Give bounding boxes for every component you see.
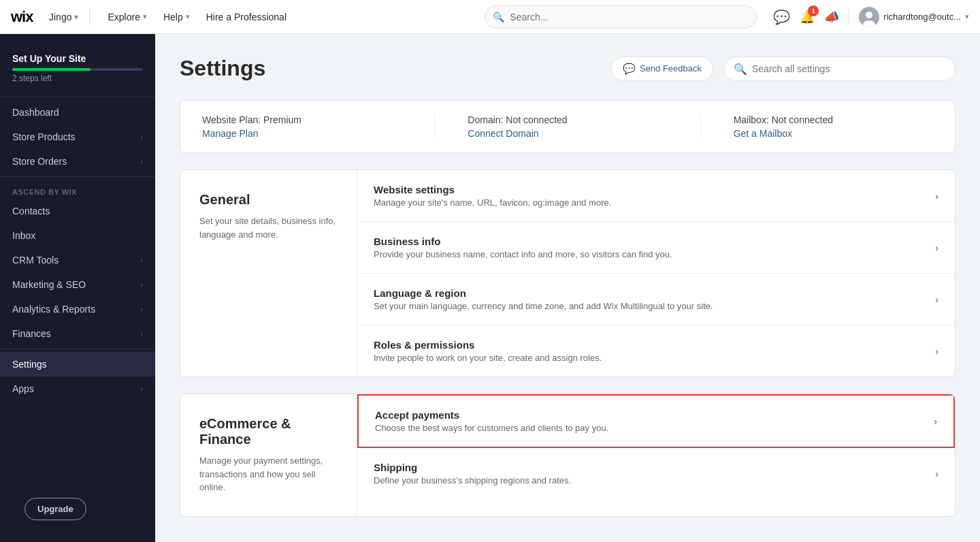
- settings-search-icon: 🔍: [734, 62, 747, 75]
- sidebar-divider-2: [0, 176, 155, 177]
- setup-section: Set Up Your Site 2 steps left: [0, 45, 155, 94]
- connect-domain-link[interactable]: Connect Domain: [468, 128, 538, 139]
- sidebar-item-dashboard[interactable]: Dashboard: [0, 100, 155, 125]
- setup-title: Set Up Your Site: [12, 53, 143, 64]
- sidebar-item-crm-tools[interactable]: CRM Tools ›: [0, 248, 155, 272]
- svg-point-1: [866, 12, 872, 18]
- ecommerce-section-desc: Manage your payment settings, transactio…: [199, 454, 338, 494]
- sidebar-item-inbox[interactable]: Inbox: [0, 223, 155, 248]
- sidebar-item-contacts[interactable]: Contacts: [0, 199, 155, 223]
- actions-divider: [849, 9, 849, 25]
- page-header: Settings 💬 Send Feedback 🔍: [180, 56, 956, 81]
- explore-chevron: ▾: [143, 12, 147, 21]
- general-section-left: General Set your site details, business …: [180, 170, 357, 377]
- crm-tools-chevron: ›: [140, 256, 143, 264]
- shipping-row[interactable]: Shipping Define your business's shipping…: [357, 448, 955, 499]
- page-title: Settings: [180, 56, 265, 81]
- shipping-chevron: ›: [935, 468, 938, 479]
- avatar: [859, 7, 879, 27]
- site-selector[interactable]: Jingo ▾: [49, 12, 78, 22]
- top-nav-links: Explore ▾ Help ▾ Hire a Professional: [101, 7, 293, 27]
- ecommerce-section-right: Accept payments Choose the best ways for…: [357, 394, 955, 516]
- sidebar-item-store-products[interactable]: Store Products ›: [0, 125, 155, 149]
- apps-chevron: ›: [140, 385, 143, 393]
- help-chevron: ▾: [186, 12, 190, 21]
- sidebar-item-analytics-reports[interactable]: Analytics & Reports ›: [0, 297, 155, 321]
- ascend-section-label: Ascend by Wix: [0, 180, 155, 199]
- main-content: Settings 💬 Send Feedback 🔍 Website Plan:…: [155, 34, 980, 542]
- global-search-input[interactable]: [485, 5, 757, 29]
- setup-progress-bar: [12, 68, 143, 71]
- feedback-icon: 💬: [623, 63, 636, 75]
- top-navigation: wix Jingo ▾ Explore ▾ Help ▾ Hire a Prof…: [0, 0, 980, 34]
- sidebar-item-store-orders[interactable]: Store Orders ›: [0, 149, 155, 174]
- settings-search-input[interactable]: [724, 57, 956, 81]
- general-section: General Set your site details, business …: [180, 170, 956, 377]
- sidebar-item-marketing-seo[interactable]: Marketing & SEO ›: [0, 272, 155, 297]
- upgrade-button[interactable]: Upgrade: [24, 498, 86, 520]
- general-section-desc: Set your site details, business info, la…: [199, 214, 338, 241]
- sidebar-divider-1: [0, 97, 155, 97]
- sidebar-divider-3: [0, 349, 155, 349]
- roles-permissions-row[interactable]: Roles & permissions Invite people to wor…: [357, 325, 955, 377]
- setup-progress-fill: [12, 68, 91, 71]
- megaphone-icon[interactable]: 📣: [824, 10, 839, 25]
- accept-payments-chevron: ›: [934, 416, 937, 427]
- site-name: Jingo: [49, 12, 71, 22]
- mailbox-label: Mailbox: Not connected: [734, 114, 933, 125]
- ecommerce-section-left: eCommerce & Finance Manage your payment …: [180, 394, 357, 516]
- send-feedback-button[interactable]: 💬 Send Feedback: [611, 57, 713, 81]
- finances-chevron: ›: [140, 330, 143, 338]
- site-selector-chevron: ▾: [74, 12, 78, 22]
- sidebar-item-finances[interactable]: Finances ›: [0, 321, 155, 346]
- wix-logo[interactable]: wix: [11, 8, 38, 26]
- nav-help[interactable]: Help ▾: [157, 7, 197, 27]
- language-region-row[interactable]: Language & region Set your main language…: [357, 274, 955, 325]
- marketing-seo-chevron: ›: [140, 281, 143, 289]
- get-mailbox-link[interactable]: Get a Mailbox: [734, 128, 792, 139]
- global-search: 🔍: [485, 5, 757, 29]
- username-label: richardtong@outc...: [883, 12, 961, 22]
- plan-item-domain: Domain: Not connected Connect Domain: [434, 114, 667, 139]
- global-search-icon: 🔍: [493, 12, 504, 22]
- general-section-title: General: [199, 192, 338, 208]
- store-products-chevron: ›: [140, 133, 143, 141]
- chat-icon[interactable]: 💬: [773, 9, 790, 25]
- sidebar: Set Up Your Site 2 steps left Dashboard …: [0, 34, 155, 542]
- manage-plan-link[interactable]: Manage Plan: [202, 128, 259, 139]
- ecommerce-section-title: eCommerce & Finance: [199, 416, 338, 447]
- website-settings-chevron: ›: [935, 191, 938, 202]
- general-section-right: Website settings Manage your site's name…: [357, 170, 955, 377]
- sidebar-item-apps[interactable]: Apps ›: [0, 377, 155, 401]
- website-settings-row[interactable]: Website settings Manage your site's name…: [357, 170, 955, 222]
- store-orders-chevron: ›: [140, 157, 143, 165]
- language-region-chevron: ›: [935, 294, 938, 305]
- app-layout: Set Up Your Site 2 steps left Dashboard …: [0, 34, 980, 542]
- plan-banner: Website Plan: Premium Manage Plan Domain…: [180, 100, 956, 153]
- notification-badge: 1: [808, 5, 819, 16]
- setup-steps-left: 2 steps left: [12, 74, 143, 83]
- topnav-action-buttons: 💬 🔔 1 📣 richardtong@outc... ▾: [773, 7, 969, 27]
- user-menu-chevron: ▾: [965, 12, 969, 21]
- nav-hire-professional[interactable]: Hire a Professional: [199, 7, 293, 27]
- settings-search-wrap: 🔍: [724, 57, 956, 81]
- website-plan-label: Website Plan: Premium: [202, 114, 402, 125]
- accept-payments-row[interactable]: Accept payments Choose the best ways for…: [357, 394, 955, 448]
- ecommerce-section: eCommerce & Finance Manage your payment …: [180, 394, 956, 517]
- page-header-actions: 💬 Send Feedback 🔍: [611, 57, 956, 81]
- business-info-row[interactable]: Business info Provide your business name…: [357, 222, 955, 274]
- notifications-icon[interactable]: 🔔 1: [800, 10, 815, 25]
- roles-permissions-chevron: ›: [935, 346, 938, 357]
- nav-divider: [89, 9, 90, 25]
- domain-label: Domain: Not connected: [468, 114, 667, 125]
- sidebar-item-settings[interactable]: Settings: [0, 352, 155, 377]
- nav-explore[interactable]: Explore ▾: [101, 7, 153, 27]
- business-info-chevron: ›: [935, 242, 938, 253]
- analytics-reports-chevron: ›: [140, 305, 143, 313]
- plan-item-website: Website Plan: Premium Manage Plan: [202, 114, 402, 139]
- user-menu[interactable]: richardtong@outc... ▾: [859, 7, 969, 27]
- plan-item-mailbox: Mailbox: Not connected Get a Mailbox: [700, 114, 933, 139]
